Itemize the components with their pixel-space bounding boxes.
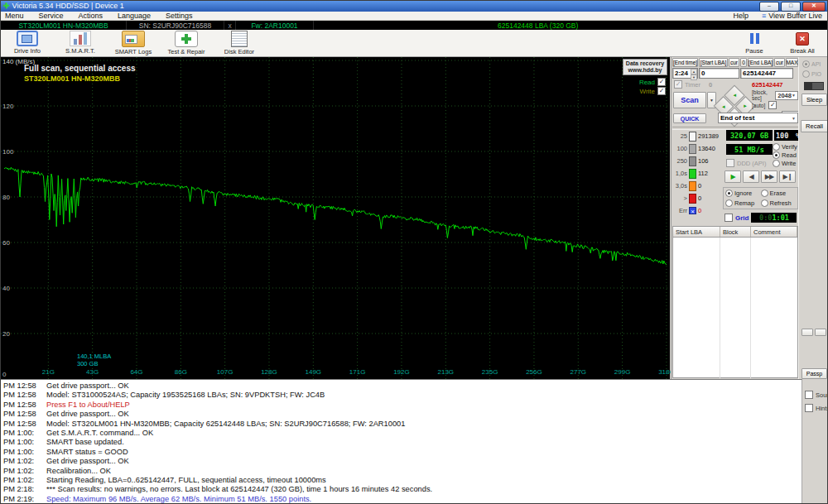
radio-icon[interactable] [773, 143, 780, 151]
action-radio-refresh[interactable]: Refresh [761, 199, 797, 208]
start-lba-zero-button[interactable]: 0 [740, 58, 747, 67]
menu-item-actions[interactable]: Actions [79, 12, 104, 20]
drive-bar-separator: x [224, 21, 236, 30]
activity-bar [804, 82, 824, 90]
pause-button[interactable]: Pause [736, 31, 773, 55]
histogram-row: Err✕0 [673, 204, 724, 217]
pio-radio-row[interactable]: PIO [802, 70, 821, 78]
read-checkbox[interactable]: ✓ [657, 78, 666, 86]
radio-icon[interactable] [725, 199, 733, 207]
end-of-test-combo[interactable]: End of test▼ [718, 113, 798, 123]
grid-checkbox[interactable] [724, 214, 733, 222]
menu-item-language[interactable]: Language [118, 12, 151, 20]
log-time: PM 12:58 [3, 391, 46, 400]
log-pane: PM 12:58Get drive passport... OKPM 12:58… [1, 379, 802, 504]
drive-info-icon [17, 31, 38, 46]
drive-info-button[interactable]: Drive Info [4, 31, 51, 55]
start-button[interactable]: ▶ [724, 170, 741, 183]
drive-capacity: 625142448 LBA (320 GB) [498, 22, 578, 30]
mode-radio-verify[interactable]: Verify [773, 142, 799, 151]
recall-button[interactable]: Recall [801, 120, 828, 132]
view-buffer-live-button[interactable]: ≡ View Buffer Live [762, 12, 822, 20]
mode-radio-read[interactable]: Read [773, 151, 799, 159]
start-lba-field[interactable]: 0 [699, 68, 739, 79]
histogram-block[interactable] [689, 181, 696, 191]
histogram-count: 0 [698, 207, 701, 214]
smart-button[interactable]: S.M.A.R.T. [57, 31, 104, 55]
hints-checkbox[interactable] [805, 404, 813, 412]
pio-radio[interactable] [802, 70, 810, 78]
smart-logs-button[interactable]: SMART Logs [110, 31, 156, 55]
scan-button[interactable]: Scan [673, 92, 706, 108]
end-time-button[interactable]: [End time] [672, 58, 698, 67]
menu-item-menu[interactable]: Menu [5, 12, 24, 20]
radio-icon[interactable] [761, 190, 768, 197]
end-lba-cur-button[interactable]: cur [774, 58, 785, 67]
api-radio-row[interactable]: API [802, 60, 821, 68]
histogram-label: 3,0s [673, 182, 687, 190]
disk-editor-button[interactable]: Disk Editor [216, 31, 262, 55]
radio-icon[interactable] [773, 151, 780, 159]
start-lba-button[interactable]: [Start LBA] [699, 58, 728, 67]
drive-firmware: Fw: 2AR10001 [236, 21, 314, 30]
action-radio-ignore[interactable]: Ignore [725, 189, 761, 198]
histogram-row: >0 [673, 192, 724, 204]
histogram-count: 13640 [698, 145, 715, 152]
mini-button-2[interactable] [815, 329, 826, 336]
minimize-button[interactable]: – [759, 2, 779, 12]
action-radio-erase[interactable]: Erase [761, 189, 797, 198]
end-lba-button[interactable]: [End LBA] [748, 58, 773, 67]
action-radio-remap[interactable]: Remap [725, 199, 761, 208]
timer-checkbox[interactable]: ✓ [674, 80, 682, 89]
histogram-block[interactable] [689, 144, 696, 154]
histogram-block[interactable]: ✕ [689, 207, 696, 214]
sleep-button[interactable]: Sleep [802, 94, 827, 106]
break-all-button[interactable]: ✕ Break All [784, 31, 821, 55]
block-size-combo[interactable]: 2048▼ [775, 91, 798, 100]
grid-toggle-row: Grid 0:0 1:01 [724, 213, 797, 223]
api-radio[interactable] [802, 60, 810, 68]
log-line: PM 2:18:*** Scan results: no warnings, n… [3, 485, 802, 494]
histogram-block[interactable] [689, 169, 696, 179]
read-legend-toggle[interactable]: Read ✓ [639, 78, 666, 86]
radio-icon[interactable] [725, 190, 733, 197]
quick-button[interactable]: QUICK [673, 113, 706, 123]
histogram-block[interactable] [689, 194, 696, 204]
menu-item-service[interactable]: Service [39, 12, 64, 20]
end-lba-field[interactable]: 625142447 [740, 68, 793, 79]
menu-item-settings[interactable]: Settings [166, 12, 193, 20]
menu-item-help[interactable]: Help [734, 12, 749, 20]
jump-forward-button[interactable]: ▶▶ [761, 170, 777, 183]
test-repair-button[interactable]: Test & Repair [163, 31, 209, 55]
radio-icon[interactable] [761, 199, 768, 207]
hints-toggle[interactable]: Hints [805, 404, 828, 412]
start-lba-cur-button[interactable]: cur [729, 58, 739, 67]
end-time-spinner[interactable]: ▲▼ [691, 69, 697, 78]
write-legend-toggle[interactable]: Write ✓ [639, 87, 666, 95]
log-text: Get drive passport... OK [46, 410, 129, 419]
auto-checkbox[interactable]: ✓ [768, 101, 777, 109]
end-time-field[interactable]: 2:24 ▲▼ [672, 68, 698, 79]
radio-icon[interactable] [773, 160, 780, 167]
mode-radio-write[interactable]: Write [773, 159, 799, 167]
x-tick-label: 213G [429, 368, 462, 376]
mini-button-1[interactable] [802, 329, 813, 336]
write-checkbox[interactable]: ✓ [657, 87, 666, 95]
drive-serial: SN: S2URJ90C716588 [127, 21, 224, 30]
sound-checkbox[interactable] [805, 391, 813, 399]
histogram-row: 250106 [673, 155, 724, 167]
log-line: PM 1:00:SMART status = GOOD [3, 448, 802, 457]
grid-label: Grid [735, 214, 749, 222]
ddd-api-toggle[interactable]: DDD (API) [726, 159, 766, 167]
histogram-block[interactable] [689, 132, 696, 142]
close-button[interactable]: ✕ [802, 2, 826, 12]
sound-toggle[interactable]: Sound [805, 391, 828, 399]
histogram-block[interactable] [689, 156, 696, 166]
maximize-button[interactable]: □ [781, 2, 801, 12]
end-lba-max-button[interactable]: MAX [786, 58, 798, 67]
passport-button[interactable]: Passp [802, 368, 827, 379]
ddd-checkbox[interactable] [726, 159, 734, 167]
jump-end-button[interactable]: ▶❙ [779, 170, 796, 183]
scan-graph[interactable]: 140 (MB/s) 120100806040200 21G43G64G86G1… [1, 57, 670, 379]
step-back-button[interactable]: ◀ [743, 170, 759, 183]
